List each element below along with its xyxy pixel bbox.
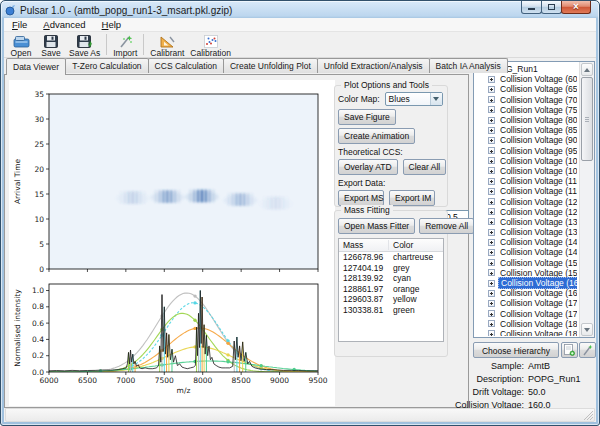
- table-row[interactable]: 130338.81green: [339, 305, 443, 316]
- clear-all-button[interactable]: Clear All: [403, 159, 447, 175]
- tree-item[interactable]: Collision Voltage (60.0): [476, 74, 577, 84]
- expand-icon[interactable]: [488, 198, 495, 205]
- tab-create-unfolding-plot[interactable]: Create Unfolding Plot: [223, 58, 318, 73]
- expand-icon[interactable]: [488, 259, 495, 266]
- table-row[interactable]: 126678.96chartreuse: [339, 252, 443, 263]
- tree-item-label: Collision Voltage (145.0): [498, 247, 577, 257]
- tree-item[interactable]: Collision Voltage (80.0): [476, 115, 577, 125]
- close-button[interactable]: ×: [561, 1, 591, 14]
- expand-icon[interactable]: [488, 269, 495, 276]
- expand-icon[interactable]: [488, 310, 495, 317]
- remove-all-button[interactable]: Remove All: [419, 218, 474, 234]
- choose-hierarchy-button[interactable]: Choose Hierarchy: [473, 342, 559, 358]
- tab-bar: Data Viewer T-Zero Calculation CCS Calcu…: [6, 58, 507, 75]
- import-button[interactable]: Import: [110, 33, 140, 58]
- expand-icon[interactable]: [488, 137, 495, 144]
- export-im-button[interactable]: Export IM: [389, 190, 435, 206]
- table-row[interactable]: 127404.19grey: [339, 263, 443, 274]
- expand-icon[interactable]: [488, 86, 495, 93]
- expand-icon[interactable]: [488, 117, 495, 124]
- tab-unfold-extraction-analysis[interactable]: Unfold Extraction/Analysis: [317, 58, 430, 73]
- save-button[interactable]: Save: [36, 33, 66, 58]
- maximize-button[interactable]: [541, 1, 562, 14]
- create-animation-button[interactable]: Create Animation: [338, 128, 415, 144]
- tree-item[interactable]: Collision Voltage (75.0): [476, 105, 577, 115]
- tree-item[interactable]: Collision Voltage (105.0): [476, 166, 577, 176]
- expand-icon[interactable]: [488, 157, 495, 164]
- expand-icon[interactable]: [488, 147, 495, 154]
- tree-item[interactable]: Collision Voltage (120.0): [476, 196, 577, 206]
- color-map-select[interactable]: Blues: [385, 92, 443, 106]
- expand-icon[interactable]: [488, 330, 495, 336]
- tree-item[interactable]: Collision Voltage (135.0): [476, 227, 577, 237]
- tree-item[interactable]: Collision Voltage (125.0): [476, 207, 577, 217]
- minimize-button[interactable]: [521, 1, 542, 14]
- tree-item[interactable]: Collision Voltage (110.0): [476, 176, 577, 186]
- tree-item[interactable]: Collision Voltage (65.0): [476, 84, 577, 94]
- scroll-thumb[interactable]: [581, 77, 593, 161]
- expand-icon[interactable]: [488, 127, 495, 134]
- tab-ccs-calculation[interactable]: CCS Calculation: [148, 58, 224, 73]
- calibration-button[interactable]: Calibration: [187, 33, 234, 58]
- overlay-atd-button[interactable]: Overlay ATD: [338, 159, 398, 175]
- tree-item[interactable]: Collision Voltage (70.0): [476, 95, 577, 105]
- tab-data-viewer[interactable]: Data Viewer: [6, 58, 66, 75]
- tree-scrollbar[interactable]: [579, 62, 594, 337]
- tree-item[interactable]: Collision Voltage (95.0): [476, 146, 577, 156]
- export-hierarchy-button[interactable]: [561, 342, 578, 358]
- tree-item[interactable]: Collision Voltage (100.0): [476, 156, 577, 166]
- edit-hierarchy-button[interactable]: [579, 342, 596, 358]
- tree-item[interactable]: Collision Voltage (170.0): [476, 298, 577, 308]
- resize-grip[interactable]: [582, 409, 593, 420]
- tree-item[interactable]: Collision Voltage (175.0): [476, 309, 577, 319]
- expand-icon[interactable]: [488, 188, 495, 195]
- save-as-button[interactable]: Save As: [66, 33, 103, 58]
- menu-item-advanced[interactable]: Advanced: [35, 18, 93, 32]
- expand-icon[interactable]: [488, 96, 495, 103]
- table-row[interactable]: 128861.97orange: [339, 284, 443, 295]
- expand-icon[interactable]: [488, 167, 495, 174]
- save-figure-button[interactable]: Save Figure: [338, 109, 396, 125]
- table-row[interactable]: 128139.92cyan: [339, 273, 443, 284]
- expand-icon[interactable]: [488, 249, 495, 256]
- export-ms-button[interactable]: Export MS: [338, 190, 384, 206]
- dropdown-arrow-icon: [430, 93, 442, 105]
- tree-item[interactable]: Collision Voltage (130.0): [476, 217, 577, 227]
- tree-item[interactable]: Collision Voltage (85.0): [476, 125, 577, 135]
- tree-item[interactable]: Collision Voltage (115.0): [476, 186, 577, 196]
- mass-table[interactable]: Mass Color 126678.96chartreuse127404.19g…: [338, 238, 444, 342]
- scroll-down-button[interactable]: [581, 323, 593, 336]
- expand-icon[interactable]: [488, 208, 495, 215]
- expand-icon[interactable]: [488, 239, 495, 246]
- expand-icon[interactable]: [488, 300, 495, 307]
- color-column-header[interactable]: Color: [389, 240, 413, 250]
- menu-item-help[interactable]: Help: [94, 18, 130, 32]
- expand-icon[interactable]: [488, 76, 495, 83]
- expand-icon[interactable]: [488, 229, 495, 236]
- mass-column-header[interactable]: Mass: [339, 240, 389, 250]
- table-row[interactable]: 129603.87yellow: [339, 294, 443, 305]
- tree-item[interactable]: Collision Voltage (185.0): [476, 329, 577, 336]
- open-mass-fitter-button[interactable]: Open Mass Fitter: [338, 218, 415, 234]
- scroll-up-button[interactable]: [581, 63, 593, 76]
- expand-icon[interactable]: [488, 290, 495, 297]
- title-bar[interactable]: Pulsar 1.0 - (amtb_popg_run1-3_msart.pkl…: [1, 1, 599, 18]
- calibrant-button[interactable]: Calibrant: [147, 33, 187, 58]
- expand-icon[interactable]: [488, 320, 495, 327]
- menu-item-file[interactable]: File: [4, 18, 35, 32]
- tree-item[interactable]: Collision Voltage (90.0): [476, 135, 577, 145]
- tree-item[interactable]: Collision Voltage (160.0): [476, 278, 577, 288]
- expand-icon[interactable]: [488, 218, 495, 225]
- tab-t-zero-calculation[interactable]: T-Zero Calculation: [65, 58, 148, 73]
- tree-item[interactable]: Collision Voltage (180.0): [476, 319, 577, 329]
- expand-icon[interactable]: [488, 106, 495, 113]
- hierarchy-tree[interactable]: POPG_Run1Collision Voltage (60.0)Collisi…: [473, 61, 595, 338]
- expand-icon[interactable]: [488, 280, 495, 287]
- tree-item[interactable]: Collision Voltage (145.0): [476, 247, 577, 257]
- open-button[interactable]: Open: [6, 33, 36, 58]
- tab-batch-ia-analysis[interactable]: Batch IA Analysis: [429, 58, 508, 73]
- tree-item[interactable]: Collision Voltage (140.0): [476, 237, 577, 247]
- tree-item[interactable]: Collision Voltage (165.0): [476, 288, 577, 298]
- expand-icon[interactable]: [488, 178, 495, 185]
- tree-item[interactable]: Collision Voltage (150.0): [476, 258, 577, 268]
